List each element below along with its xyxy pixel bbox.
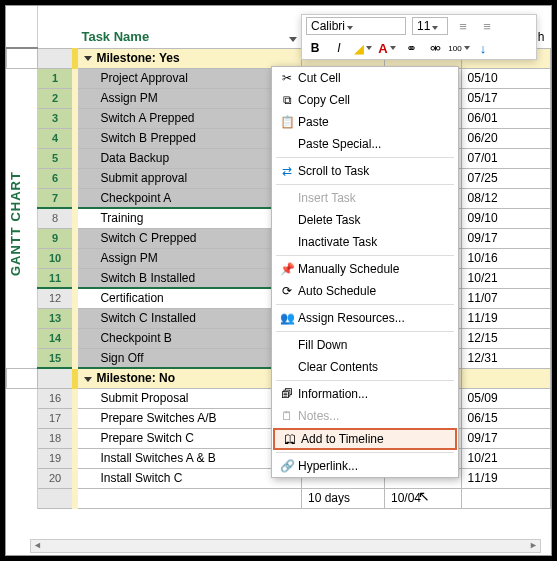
task-name-cell[interactable]: Submit Proposal: [75, 388, 301, 408]
task-name-cell[interactable]: Checkpoint B: [75, 328, 301, 348]
task-name-cell[interactable]: Project Approval: [75, 68, 301, 88]
finish-date-cell[interactable]: 11/19: [461, 308, 550, 328]
horizontal-scrollbar[interactable]: [30, 539, 541, 553]
indent-icon[interactable]: ≡: [478, 17, 496, 35]
task-name-cell[interactable]: Switch C Prepped: [75, 228, 301, 248]
finish-date-cell[interactable]: 10/21: [461, 448, 550, 468]
row-number[interactable]: 9: [37, 228, 75, 248]
finish-date-cell[interactable]: 12/15: [461, 328, 550, 348]
finish-date-cell[interactable]: 11/19: [461, 468, 550, 488]
font-selector[interactable]: Calibri: [306, 17, 406, 35]
row-number[interactable]: 15: [37, 348, 75, 368]
row-number[interactable]: 4: [37, 128, 75, 148]
row-number[interactable]: 3: [37, 108, 75, 128]
row-number[interactable]: 2: [37, 88, 75, 108]
column-task-name[interactable]: Task Name: [81, 29, 149, 44]
finish-date-cell[interactable]: 07/01: [461, 148, 550, 168]
row-number[interactable]: 6: [37, 168, 75, 188]
menu-add-to-timeline[interactable]: 🕮Add to Timeline: [273, 428, 457, 450]
task-name-cell[interactable]: Prepare Switches A/B: [75, 408, 301, 428]
finish-date-cell[interactable]: 05/09: [461, 388, 550, 408]
task-name-cell[interactable]: Sign Off: [75, 348, 301, 368]
finish-date-cell[interactable]: 09/17: [461, 228, 550, 248]
font-size-selector[interactable]: 11: [412, 17, 448, 35]
finish-date-cell[interactable]: 06/01: [461, 108, 550, 128]
finish-date-cell[interactable]: 07/25: [461, 168, 550, 188]
menu-notes: 🗒Notes...: [272, 405, 458, 427]
task-name-cell[interactable]: Switch B Installed: [75, 268, 301, 288]
task-name-cell[interactable]: Submit approval: [75, 168, 301, 188]
menu-information[interactable]: 🗊Information...: [272, 383, 458, 405]
link-icon[interactable]: ⚭: [402, 39, 420, 57]
row-number[interactable]: 11: [37, 268, 75, 288]
task-name-cell[interactable]: Assign PM: [75, 248, 301, 268]
row-number[interactable]: 13: [37, 308, 75, 328]
finish-date-cell[interactable]: 05/10: [461, 68, 550, 88]
task-name-cell[interactable]: Assign PM: [75, 88, 301, 108]
row-number[interactable]: 18: [37, 428, 75, 448]
auto-icon: ⟳: [276, 284, 298, 298]
menu-fill-down[interactable]: Fill Down: [272, 334, 458, 356]
finish-date-cell[interactable]: 10/21: [461, 268, 550, 288]
row-number[interactable]: 19: [37, 448, 75, 468]
menu-hyperlink[interactable]: 🔗Hyperlink...: [272, 455, 458, 477]
menu-clear-contents[interactable]: Clear Contents: [272, 356, 458, 378]
task-name-cell[interactable]: Data Backup: [75, 148, 301, 168]
row-number[interactable]: 8: [37, 208, 75, 228]
finish-date-cell[interactable]: 06/20: [461, 128, 550, 148]
clipboard-icon: 📋: [276, 115, 298, 129]
row-number[interactable]: 20: [37, 468, 75, 488]
menu-auto-schedule[interactable]: ⟳Auto Schedule: [272, 280, 458, 302]
task-name-cell[interactable]: Prepare Switch C: [75, 428, 301, 448]
task-name-cell[interactable]: Install Switch C: [75, 468, 301, 488]
outdent-icon[interactable]: ≡: [454, 17, 472, 35]
unlink-icon[interactable]: ⚮: [426, 39, 444, 57]
finish-date-cell[interactable]: 11/07: [461, 288, 550, 308]
task-name-cell[interactable]: Switch B Prepped: [75, 128, 301, 148]
row-number[interactable]: 16: [37, 388, 75, 408]
row-number[interactable]: 12: [37, 288, 75, 308]
copy-icon: ⧉: [276, 93, 298, 107]
finish-date-cell[interactable]: 06/15: [461, 408, 550, 428]
task-name-cell[interactable]: Checkpoint A: [75, 188, 301, 208]
italic-icon[interactable]: I: [330, 39, 348, 57]
menu-paste-special[interactable]: Paste Special...: [272, 133, 458, 155]
row-number[interactable]: 10: [37, 248, 75, 268]
notes-icon: 🗒: [276, 409, 298, 423]
menu-assign-resources[interactable]: 👥Assign Resources...: [272, 307, 458, 329]
finish-date-cell[interactable]: 09/17: [461, 428, 550, 448]
finish-date-cell[interactable]: 05/17: [461, 88, 550, 108]
task-name-cell[interactable]: Install Switches A & B: [75, 448, 301, 468]
row-number[interactable]: 7: [37, 188, 75, 208]
row-number[interactable]: 17: [37, 408, 75, 428]
menu-delete-task[interactable]: Delete Task: [272, 209, 458, 231]
task-name-cell[interactable]: Switch C Installed: [75, 308, 301, 328]
finish-date-cell[interactable]: 10/16: [461, 248, 550, 268]
menu-copy-cell[interactable]: ⧉Copy Cell: [272, 89, 458, 111]
finish-date-cell[interactable]: 08/12: [461, 188, 550, 208]
menu-inactivate-task[interactable]: Inactivate Task: [272, 231, 458, 253]
finish-date-cell[interactable]: 09/10: [461, 208, 550, 228]
menu-cut-cell[interactable]: ✂Cut Cell: [272, 67, 458, 89]
arrow-down-icon[interactable]: ↓: [474, 39, 492, 57]
task-name-cell[interactable]: Switch A Prepped: [75, 108, 301, 128]
row-number[interactable]: 5: [37, 148, 75, 168]
task-name-cell[interactable]: Certification: [75, 288, 301, 308]
mouse-cursor-icon: ↖: [418, 488, 430, 504]
mini-toolbar: Calibri 11 ≡ ≡ B I ◢ A ⚭ ⚮ 100 ↓: [301, 14, 537, 60]
task-name-cell[interactable]: Training: [75, 208, 301, 228]
percent-icon[interactable]: 100: [450, 39, 468, 57]
finish-date-cell[interactable]: 12/31: [461, 348, 550, 368]
font-color-icon[interactable]: A: [378, 39, 396, 57]
row-number[interactable]: 14: [37, 328, 75, 348]
row-number[interactable]: 1: [37, 68, 75, 88]
menu-paste[interactable]: 📋Paste: [272, 111, 458, 133]
collapse-icon[interactable]: [84, 377, 92, 382]
menu-manually-schedule[interactable]: 📌Manually Schedule: [272, 258, 458, 280]
info-icon: 🗊: [276, 387, 298, 401]
collapse-icon[interactable]: [84, 56, 92, 61]
bold-icon[interactable]: B: [306, 39, 324, 57]
menu-scroll-to-task[interactable]: ⇄Scroll to Task: [272, 160, 458, 182]
fill-color-icon[interactable]: ◢: [354, 39, 372, 57]
task-name-dropdown-icon[interactable]: [289, 37, 297, 42]
